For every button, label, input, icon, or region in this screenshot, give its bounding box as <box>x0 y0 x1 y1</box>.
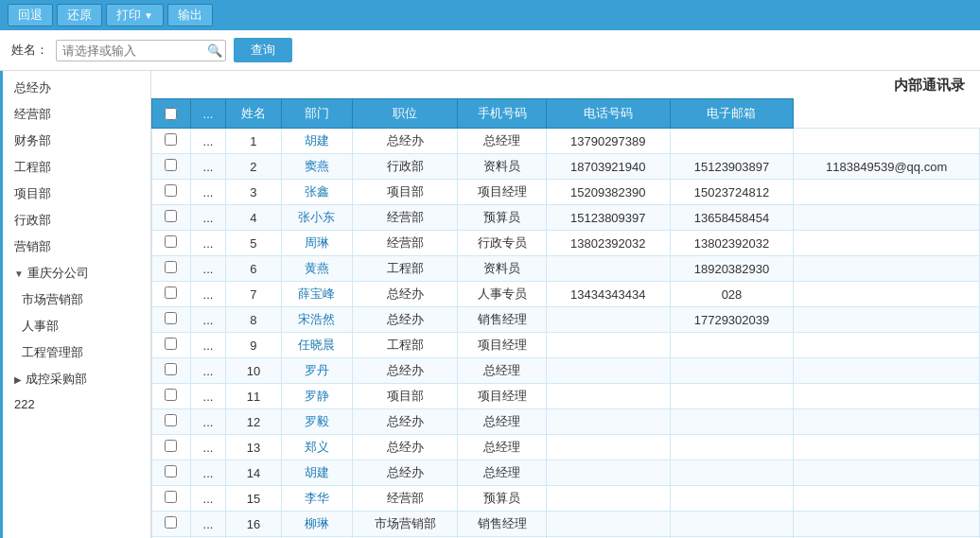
cell-r8-c3[interactable]: 任晓晨 <box>281 333 353 358</box>
sidebar-item-7[interactable]: ▼重庆分公司 <box>3 260 150 286</box>
row-checkbox-11[interactable] <box>165 414 177 426</box>
cell-r2-c3[interactable]: 张鑫 <box>281 180 353 205</box>
row-checkbox-2[interactable] <box>165 184 177 197</box>
cell-r7-c3[interactable]: 宋浩然 <box>281 307 353 333</box>
cell-r11-c1: ... <box>190 409 226 435</box>
sidebar-item-2[interactable]: 财务部 <box>3 128 150 154</box>
cell-r10-c3[interactable]: 罗静 <box>281 384 353 409</box>
cell-r10-c5: 项目经理 <box>458 384 546 409</box>
row-checkbox-3[interactable] <box>165 210 177 222</box>
cell-r11-c0 <box>152 409 191 435</box>
export-button[interactable]: 输出 <box>167 4 213 26</box>
cell-r2-c5: 项目经理 <box>458 180 546 205</box>
sidebar-item-1[interactable]: 经营部 <box>3 101 150 128</box>
cell-r1-c5: 资料员 <box>458 154 546 180</box>
data-table: ...姓名部门职位手机号码电话号码电子邮箱 ...1胡建总经办总经理137902… <box>151 98 980 538</box>
table-body: ...1胡建总经办总经理13790297389...2窦燕行政部资料员18703… <box>152 129 980 539</box>
cell-r11-c4: 总经办 <box>353 409 458 435</box>
cell-r15-c8 <box>794 512 980 537</box>
table-row: ...5周琳经营部行政专员1380239203213802392032 <box>152 231 980 256</box>
cell-r5-c6 <box>546 256 670 282</box>
sidebar-item-3[interactable]: 工程部 <box>3 154 150 181</box>
cell-r6-c7: 028 <box>670 282 794 307</box>
search-icon-button[interactable]: 🔍 <box>207 43 222 58</box>
cell-r0-c5: 总经理 <box>458 129 546 154</box>
cell-r9-c3[interactable]: 罗丹 <box>281 358 353 384</box>
sidebar-item-12[interactable]: 222 <box>3 392 150 416</box>
cell-r8-c1: ... <box>190 333 226 358</box>
sidebar-item-10[interactable]: 工程管理部 <box>3 339 150 366</box>
cell-r5-c0 <box>152 256 191 282</box>
cell-r14-c1: ... <box>190 486 226 512</box>
search-input[interactable] <box>56 40 226 61</box>
sidebar-item-5[interactable]: 行政部 <box>3 207 150 234</box>
row-checkbox-6[interactable] <box>165 286 177 299</box>
print-button[interactable]: 打印 ▼ <box>106 4 164 26</box>
cell-r10-c4: 项目部 <box>353 384 458 409</box>
cell-r12-c1: ... <box>190 435 226 460</box>
table-row: ...7薛宝峰总经办人事专员13434343434028 <box>152 282 980 307</box>
cell-r5-c3[interactable]: 黄燕 <box>281 256 353 282</box>
cell-r15-c3[interactable]: 柳琳 <box>281 512 353 537</box>
sidebar-item-6[interactable]: 营销部 <box>3 234 150 260</box>
toggle-icon-11: ▶ <box>14 374 22 385</box>
main-layout: 总经办经营部财务部工程部项目部行政部营销部▼重庆分公司市场营销部人事部工程管理部… <box>0 71 980 538</box>
sidebar-item-11[interactable]: ▶成控采购部 <box>3 366 150 392</box>
cell-r12-c3[interactable]: 郑义 <box>281 435 353 460</box>
cell-r12-c5: 总经理 <box>458 435 546 460</box>
cell-r6-c3[interactable]: 薛宝峰 <box>281 282 353 307</box>
col-header-3: 部门 <box>281 99 353 129</box>
sidebar-item-4[interactable]: 项目部 <box>3 181 150 207</box>
cell-r4-c3[interactable]: 周琳 <box>281 231 353 256</box>
row-checkbox-0[interactable] <box>165 133 177 146</box>
cell-r0-c3[interactable]: 胡建 <box>281 129 353 154</box>
back-button[interactable]: 回退 <box>8 4 53 26</box>
row-checkbox-10[interactable] <box>165 389 177 401</box>
table-row: ...15李华经营部预算员 <box>152 486 980 512</box>
cell-r15-c6 <box>546 512 670 537</box>
sidebar-item-label-2: 财务部 <box>14 133 51 148</box>
cell-r6-c2: 7 <box>226 282 281 307</box>
cell-r14-c3[interactable]: 李华 <box>281 486 353 512</box>
sidebar-item-label-10: 工程管理部 <box>22 345 83 359</box>
restore-button[interactable]: 还原 <box>57 4 102 26</box>
query-button[interactable]: 查询 <box>234 38 292 62</box>
cell-r6-c0 <box>152 282 191 307</box>
cell-r2-c2: 3 <box>226 180 281 205</box>
row-checkbox-7[interactable] <box>165 312 177 324</box>
cell-r13-c3[interactable]: 胡建 <box>281 460 353 486</box>
table-row: ...1胡建总经办总经理13790297389 <box>152 129 980 154</box>
cell-r2-c7: 15023724812 <box>670 180 794 205</box>
cell-r3-c3[interactable]: 张小东 <box>281 205 353 231</box>
row-checkbox-9[interactable] <box>165 363 177 375</box>
cell-r8-c5: 项目经理 <box>458 333 546 358</box>
cell-r3-c2: 4 <box>226 205 281 231</box>
cell-r10-c8 <box>794 384 980 409</box>
row-checkbox-13[interactable] <box>165 465 177 477</box>
row-checkbox-14[interactable] <box>165 491 177 503</box>
sidebar-item-9[interactable]: 人事部 <box>3 313 150 339</box>
sidebar-item-8[interactable]: 市场营销部 <box>3 286 150 313</box>
table-row: ...2窦燕行政部资料员1870392194015123903897118384… <box>152 154 980 180</box>
row-checkbox-8[interactable] <box>165 338 177 350</box>
cell-r7-c6 <box>546 307 670 333</box>
cell-r1-c3[interactable]: 窦燕 <box>281 154 353 180</box>
cell-r0-c4: 总经办 <box>353 129 458 154</box>
cell-r8-c4: 工程部 <box>353 333 458 358</box>
row-checkbox-1[interactable] <box>165 159 177 171</box>
cell-r0-c7 <box>670 129 794 154</box>
cell-r6-c8 <box>794 282 980 307</box>
row-checkbox-12[interactable] <box>165 440 177 452</box>
print-dropdown-arrow[interactable]: ▼ <box>144 10 153 21</box>
sidebar-item-0[interactable]: 总经办 <box>3 75 150 101</box>
row-checkbox-15[interactable] <box>165 516 177 529</box>
cell-r5-c4: 工程部 <box>353 256 458 282</box>
select-all-checkbox[interactable] <box>165 108 177 120</box>
cell-r7-c5: 销售经理 <box>458 307 546 333</box>
cell-r11-c3[interactable]: 罗毅 <box>281 409 353 435</box>
cell-r4-c0 <box>152 231 191 256</box>
search-bar: 姓名： 🔍 查询 <box>0 30 980 71</box>
row-checkbox-4[interactable] <box>165 235 177 248</box>
cell-r14-c0 <box>152 486 191 512</box>
row-checkbox-5[interactable] <box>165 261 177 273</box>
